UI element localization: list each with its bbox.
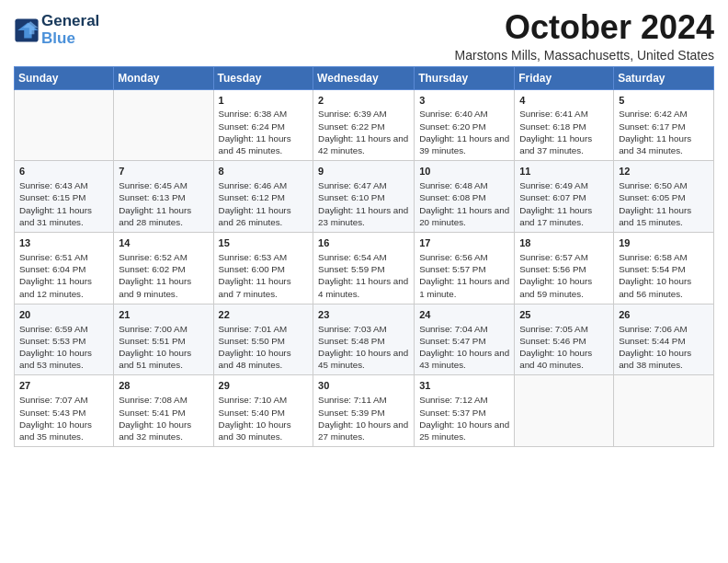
day-info: Sunrise: 6:56 AM Sunset: 5:57 PM Dayligh… [419, 251, 509, 300]
day-info: Sunrise: 6:39 AM Sunset: 6:22 PM Dayligh… [318, 108, 409, 156]
day-info: Sunrise: 7:06 AM Sunset: 5:44 PM Dayligh… [619, 323, 709, 372]
calendar-header-row: Sunday Monday Tuesday Wednesday Thursday… [15, 66, 714, 89]
table-row: 10Sunrise: 6:48 AM Sunset: 6:08 PM Dayli… [415, 161, 515, 233]
calendar-week-row: 20Sunrise: 6:59 AM Sunset: 5:53 PM Dayli… [15, 304, 714, 375]
day-info: Sunrise: 7:04 AM Sunset: 5:47 PM Dayligh… [419, 323, 509, 372]
table-row: 17Sunrise: 6:56 AM Sunset: 5:57 PM Dayli… [415, 233, 515, 304]
col-wednesday: Wednesday [313, 66, 415, 89]
day-number: 10 [419, 165, 509, 178]
day-number: 22 [219, 308, 309, 322]
day-number: 30 [318, 379, 409, 393]
table-row: 8Sunrise: 6:46 AM Sunset: 6:12 PM Daylig… [213, 161, 313, 233]
col-tuesday: Tuesday [213, 66, 313, 89]
calendar-week-row: 6Sunrise: 6:43 AM Sunset: 6:15 PM Daylig… [15, 161, 714, 233]
table-row: 1Sunrise: 6:38 AM Sunset: 6:24 PM Daylig… [213, 89, 313, 161]
day-number: 1 [219, 94, 309, 108]
day-info: Sunrise: 6:49 AM Sunset: 6:07 PM Dayligh… [519, 179, 609, 228]
day-number: 16 [318, 236, 409, 250]
day-number: 3 [419, 94, 509, 108]
table-row: 9Sunrise: 6:47 AM Sunset: 6:10 PM Daylig… [313, 161, 415, 233]
day-number: 19 [619, 236, 709, 250]
day-number: 31 [419, 379, 509, 393]
table-row: 29Sunrise: 7:10 AM Sunset: 5:40 PM Dayli… [213, 375, 313, 447]
table-row: 23Sunrise: 7:03 AM Sunset: 5:48 PM Dayli… [313, 304, 415, 375]
day-number: 24 [419, 308, 509, 322]
logo: General Blue [14, 13, 99, 47]
table-row: 3Sunrise: 6:40 AM Sunset: 6:20 PM Daylig… [415, 89, 515, 161]
day-info: Sunrise: 6:51 AM Sunset: 6:04 PM Dayligh… [19, 251, 108, 300]
table-row [614, 375, 714, 447]
day-info: Sunrise: 6:47 AM Sunset: 6:10 PM Dayligh… [318, 179, 409, 228]
table-row: 22Sunrise: 7:01 AM Sunset: 5:50 PM Dayli… [213, 304, 313, 375]
day-info: Sunrise: 6:50 AM Sunset: 6:05 PM Dayligh… [619, 179, 709, 228]
header: General Blue October 2024 Marstons Mills… [14, 9, 714, 63]
day-number: 28 [119, 379, 208, 393]
table-row: 18Sunrise: 6:57 AM Sunset: 5:56 PM Dayli… [515, 233, 614, 304]
day-info: Sunrise: 6:45 AM Sunset: 6:13 PM Dayligh… [119, 179, 208, 228]
table-row: 11Sunrise: 6:49 AM Sunset: 6:07 PM Dayli… [515, 161, 614, 233]
day-info: Sunrise: 6:57 AM Sunset: 5:56 PM Dayligh… [519, 251, 609, 300]
day-info: Sunrise: 7:00 AM Sunset: 5:51 PM Dayligh… [119, 323, 208, 372]
table-row: 27Sunrise: 7:07 AM Sunset: 5:43 PM Dayli… [15, 375, 114, 447]
day-info: Sunrise: 7:07 AM Sunset: 5:43 PM Dayligh… [19, 394, 108, 442]
day-number: 6 [19, 165, 108, 178]
day-number: 25 [519, 308, 609, 322]
table-row: 13Sunrise: 6:51 AM Sunset: 6:04 PM Dayli… [15, 233, 114, 304]
day-info: Sunrise: 6:48 AM Sunset: 6:08 PM Dayligh… [419, 179, 509, 228]
table-row: 28Sunrise: 7:08 AM Sunset: 5:41 PM Dayli… [114, 375, 213, 447]
calendar-table: Sunday Monday Tuesday Wednesday Thursday… [14, 66, 714, 448]
day-number: 26 [619, 308, 709, 322]
day-number: 29 [219, 379, 309, 393]
day-number: 7 [119, 165, 208, 178]
day-info: Sunrise: 6:42 AM Sunset: 6:17 PM Dayligh… [619, 108, 709, 156]
day-info: Sunrise: 6:41 AM Sunset: 6:18 PM Dayligh… [519, 108, 609, 156]
table-row: 4Sunrise: 6:41 AM Sunset: 6:18 PM Daylig… [515, 89, 614, 161]
logo-text: General Blue [41, 13, 99, 47]
day-number: 2 [318, 94, 409, 108]
day-number: 5 [619, 94, 709, 108]
calendar-week-row: 27Sunrise: 7:07 AM Sunset: 5:43 PM Dayli… [15, 375, 714, 447]
table-row: 25Sunrise: 7:05 AM Sunset: 5:46 PM Dayli… [515, 304, 614, 375]
day-info: Sunrise: 7:11 AM Sunset: 5:39 PM Dayligh… [318, 394, 409, 442]
day-info: Sunrise: 6:46 AM Sunset: 6:12 PM Dayligh… [219, 179, 309, 228]
day-number: 21 [119, 308, 208, 322]
day-info: Sunrise: 7:08 AM Sunset: 5:41 PM Dayligh… [119, 394, 208, 442]
day-info: Sunrise: 7:01 AM Sunset: 5:50 PM Dayligh… [219, 323, 309, 372]
day-number: 9 [318, 165, 409, 178]
col-monday: Monday [114, 66, 213, 89]
table-row: 16Sunrise: 6:54 AM Sunset: 5:59 PM Dayli… [313, 233, 415, 304]
day-number: 23 [318, 308, 409, 322]
calendar-week-row: 13Sunrise: 6:51 AM Sunset: 6:04 PM Dayli… [15, 233, 714, 304]
logo-icon [14, 17, 40, 43]
day-info: Sunrise: 6:58 AM Sunset: 5:54 PM Dayligh… [619, 251, 709, 300]
day-number: 18 [519, 236, 609, 250]
table-row: 15Sunrise: 6:53 AM Sunset: 6:00 PM Dayli… [213, 233, 313, 304]
table-row: 19Sunrise: 6:58 AM Sunset: 5:54 PM Dayli… [614, 233, 714, 304]
day-info: Sunrise: 7:05 AM Sunset: 5:46 PM Dayligh… [519, 323, 609, 372]
day-number: 11 [519, 165, 609, 178]
day-info: Sunrise: 6:40 AM Sunset: 6:20 PM Dayligh… [419, 108, 509, 156]
day-info: Sunrise: 7:12 AM Sunset: 5:37 PM Dayligh… [419, 394, 509, 442]
day-info: Sunrise: 7:10 AM Sunset: 5:40 PM Dayligh… [219, 394, 309, 442]
calendar-week-row: 1Sunrise: 6:38 AM Sunset: 6:24 PM Daylig… [15, 89, 714, 161]
table-row [114, 89, 213, 161]
day-info: Sunrise: 6:52 AM Sunset: 6:02 PM Dayligh… [119, 251, 208, 300]
day-info: Sunrise: 6:53 AM Sunset: 6:00 PM Dayligh… [219, 251, 309, 300]
table-row: 7Sunrise: 6:45 AM Sunset: 6:13 PM Daylig… [114, 161, 213, 233]
table-row: 20Sunrise: 6:59 AM Sunset: 5:53 PM Dayli… [15, 304, 114, 375]
table-row: 24Sunrise: 7:04 AM Sunset: 5:47 PM Dayli… [415, 304, 515, 375]
title-block: October 2024 Marstons Mills, Massachuset… [455, 9, 714, 63]
day-number: 14 [119, 236, 208, 250]
month-title: October 2024 [455, 9, 714, 46]
table-row: 6Sunrise: 6:43 AM Sunset: 6:15 PM Daylig… [15, 161, 114, 233]
day-info: Sunrise: 6:38 AM Sunset: 6:24 PM Dayligh… [219, 108, 309, 156]
table-row: 31Sunrise: 7:12 AM Sunset: 5:37 PM Dayli… [415, 375, 515, 447]
col-sunday: Sunday [15, 66, 114, 89]
table-row [515, 375, 614, 447]
day-number: 8 [219, 165, 309, 178]
day-info: Sunrise: 6:54 AM Sunset: 5:59 PM Dayligh… [318, 251, 409, 300]
day-info: Sunrise: 6:59 AM Sunset: 5:53 PM Dayligh… [19, 323, 108, 372]
location-title: Marstons Mills, Massachusetts, United St… [455, 48, 714, 63]
table-row: 14Sunrise: 6:52 AM Sunset: 6:02 PM Dayli… [114, 233, 213, 304]
day-number: 13 [19, 236, 108, 250]
